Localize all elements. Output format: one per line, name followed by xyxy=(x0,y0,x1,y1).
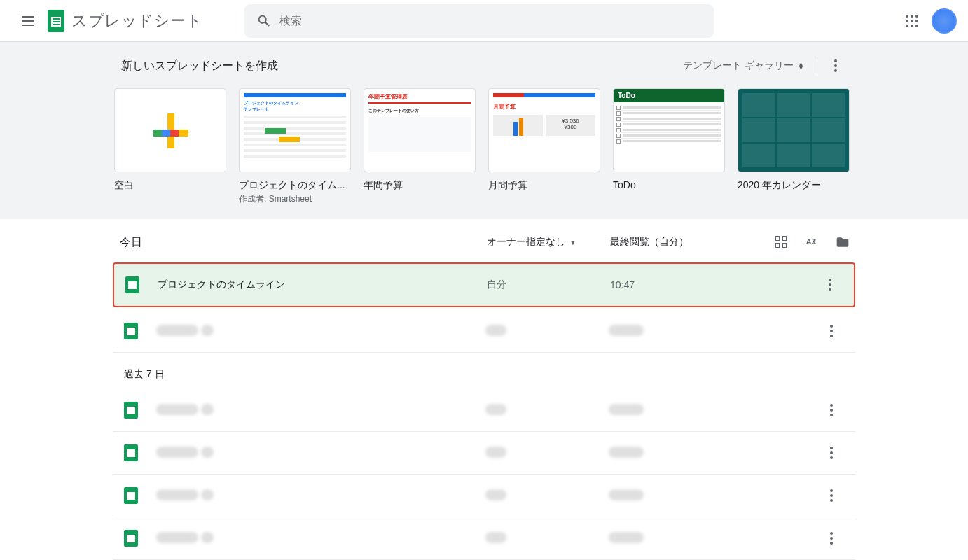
template-thumbnail: プロジェクトのタイムラインテンプレート xyxy=(239,88,351,172)
template-gallery-label: テンプレート ギャラリー xyxy=(683,59,794,72)
sheets-file-icon xyxy=(124,487,138,504)
google-apps-button[interactable] xyxy=(898,7,926,35)
document-title xyxy=(156,532,485,545)
divider xyxy=(817,57,817,74)
document-time: 10:47 xyxy=(610,279,817,290)
grid-view-button[interactable] xyxy=(773,234,789,251)
sheets-file-icon xyxy=(125,276,139,293)
more-vertical-icon xyxy=(830,404,833,416)
document-title xyxy=(156,325,485,338)
template-thumbnail xyxy=(738,88,850,172)
document-owner xyxy=(485,532,609,545)
template-gallery-button[interactable]: テンプレート ギャラリー ▴▾ xyxy=(675,55,811,76)
template-card-blank[interactable]: 空白 xyxy=(114,88,226,205)
templates-heading: 新しいスプレッドシートを作成 xyxy=(121,59,278,74)
section-past7-label: 過去 7 日 xyxy=(113,353,855,389)
dropdown-arrow-icon: ▼ xyxy=(569,239,576,246)
sheets-file-icon xyxy=(124,530,138,547)
documents-section: 今日 オーナー指定なし ▼ 最終閲覧（自分） AZ プロジェクトのタイムライン自… xyxy=(113,219,855,560)
template-card-annual[interactable]: 年間予算管理表このテンプレートの使い方年間予算 xyxy=(364,88,476,205)
document-owner: 自分 xyxy=(487,279,610,291)
more-vertical-icon xyxy=(830,325,833,337)
open-picker-button[interactable] xyxy=(834,234,851,251)
document-more-button[interactable] xyxy=(819,440,844,465)
account-avatar[interactable] xyxy=(932,8,957,34)
document-time xyxy=(609,447,819,460)
document-time xyxy=(609,489,819,503)
owner-filter-dropdown[interactable]: オーナー指定なし ▼ xyxy=(484,233,610,251)
template-subtitle: 作成者: Smartsheet xyxy=(239,193,351,205)
more-vertical-icon xyxy=(834,59,837,72)
template-thumbnail: 月間予算¥3,536¥300 xyxy=(488,88,600,172)
document-owner xyxy=(485,404,609,417)
search-button[interactable] xyxy=(249,6,279,36)
document-owner xyxy=(485,325,609,338)
document-row[interactable]: プロジェクトのタイムライン自分10:47 xyxy=(113,262,855,307)
folder-icon xyxy=(836,235,850,249)
document-more-button[interactable] xyxy=(817,272,843,298)
document-title xyxy=(156,489,485,503)
search-container xyxy=(244,4,714,38)
document-title: プロジェクトのタイムライン xyxy=(158,279,487,291)
sheets-file-icon xyxy=(124,323,138,340)
document-title xyxy=(156,447,485,460)
template-title: 年間予算 xyxy=(364,179,476,192)
template-title: ToDo xyxy=(613,179,725,190)
template-card-todo[interactable]: ToDoToDo xyxy=(613,88,725,205)
template-thumbnail xyxy=(114,88,226,172)
document-row[interactable] xyxy=(113,517,855,560)
template-title: 2020 年カレンダー xyxy=(738,179,850,192)
document-time xyxy=(609,325,819,338)
template-title: 月間予算 xyxy=(488,179,600,192)
more-vertical-icon xyxy=(830,489,833,502)
more-vertical-icon xyxy=(830,447,833,459)
search-icon xyxy=(256,13,272,29)
search-box[interactable] xyxy=(244,4,714,38)
app-title: スプレッドシート xyxy=(71,10,202,31)
document-owner xyxy=(485,489,609,503)
templates-more-button[interactable] xyxy=(823,53,848,78)
document-time xyxy=(609,404,819,417)
unfold-icon: ▴▾ xyxy=(799,62,803,70)
app-logo[interactable]: スプレッドシート xyxy=(48,10,202,32)
hamburger-icon xyxy=(22,16,34,26)
template-title: 空白 xyxy=(114,179,226,192)
document-more-button[interactable] xyxy=(819,526,844,551)
owner-filter-label: オーナー指定なし xyxy=(487,236,565,248)
template-card-monthly[interactable]: 月間予算¥3,536¥300月間予算 xyxy=(488,88,600,205)
document-more-button[interactable] xyxy=(819,398,844,423)
apps-grid-icon xyxy=(906,15,918,27)
document-time xyxy=(609,532,819,545)
search-input[interactable] xyxy=(279,15,710,27)
document-row[interactable] xyxy=(113,475,855,517)
sort-az-button[interactable]: AZ xyxy=(803,234,820,251)
sheets-file-icon xyxy=(124,402,138,419)
document-more-button[interactable] xyxy=(819,483,844,508)
template-title: プロジェクトのタイム... xyxy=(239,179,351,192)
sheets-file-icon xyxy=(124,444,138,461)
templates-section: 新しいスプレッドシートを作成 テンプレート ギャラリー ▴▾ 空白プロジェクトの… xyxy=(0,42,968,219)
app-header: スプレッドシート xyxy=(0,0,968,42)
document-row[interactable] xyxy=(113,389,855,432)
template-card-timeline[interactable]: プロジェクトのタイムラインテンプレートプロジェクトのタイム...作成者: Sma… xyxy=(239,88,351,205)
section-today-label: 今日 xyxy=(120,235,484,250)
template-thumbnail: 年間予算管理表このテンプレートの使い方 xyxy=(364,88,476,172)
more-vertical-icon xyxy=(829,279,831,291)
document-title xyxy=(156,404,485,417)
sheets-icon xyxy=(48,10,64,32)
document-row[interactable] xyxy=(113,432,855,475)
template-card-calendar[interactable]: 2020 年カレンダー xyxy=(738,88,850,205)
template-thumbnail: ToDo xyxy=(613,88,725,172)
sort-label: 最終閲覧（自分） xyxy=(610,236,773,248)
sort-az-icon: AZ xyxy=(805,235,819,249)
main-menu-button[interactable] xyxy=(11,4,45,38)
document-more-button[interactable] xyxy=(819,318,844,344)
more-vertical-icon xyxy=(830,532,833,545)
document-row[interactable] xyxy=(113,310,855,353)
grid-icon xyxy=(775,236,787,248)
document-owner xyxy=(485,447,609,460)
